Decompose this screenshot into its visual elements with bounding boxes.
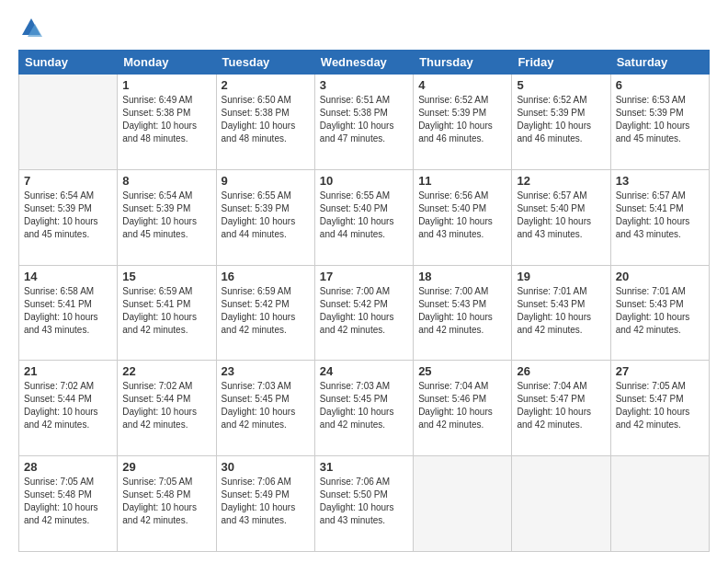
calendar-header-friday: Friday xyxy=(512,51,610,75)
calendar-cell: 22Sunrise: 7:02 AM Sunset: 5:44 PM Dayli… xyxy=(118,361,216,456)
calendar-cell: 31Sunrise: 7:06 AM Sunset: 5:50 PM Dayli… xyxy=(314,456,413,552)
cell-info: Sunrise: 6:58 AM Sunset: 5:41 PM Dayligh… xyxy=(24,285,112,337)
cell-info: Sunrise: 7:04 AM Sunset: 5:47 PM Dayligh… xyxy=(517,380,605,431)
calendar-week-row: 7Sunrise: 6:54 AM Sunset: 5:39 PM Daylig… xyxy=(19,169,710,265)
calendar-header-monday: Monday xyxy=(118,51,216,75)
calendar-cell: 8Sunrise: 6:54 AM Sunset: 5:39 PM Daylig… xyxy=(118,169,216,265)
day-number: 12 xyxy=(517,174,605,188)
cell-info: Sunrise: 6:54 AM Sunset: 5:39 PM Dayligh… xyxy=(24,190,112,241)
cell-info: Sunrise: 7:05 AM Sunset: 5:48 PM Dayligh… xyxy=(24,476,112,527)
day-number: 6 xyxy=(616,78,704,92)
calendar-week-row: 21Sunrise: 7:02 AM Sunset: 5:44 PM Dayli… xyxy=(19,361,710,456)
cell-info: Sunrise: 6:59 AM Sunset: 5:42 PM Dayligh… xyxy=(222,285,310,337)
calendar-cell: 1Sunrise: 6:49 AM Sunset: 5:38 PM Daylig… xyxy=(118,75,216,170)
cell-info: Sunrise: 6:57 AM Sunset: 5:40 PM Dayligh… xyxy=(517,190,605,241)
calendar-cell xyxy=(19,75,118,170)
day-number: 2 xyxy=(222,78,310,92)
day-number: 21 xyxy=(24,364,112,378)
cell-info: Sunrise: 7:04 AM Sunset: 5:46 PM Dayligh… xyxy=(418,380,506,431)
day-number: 4 xyxy=(418,78,506,92)
calendar-cell: 7Sunrise: 6:54 AM Sunset: 5:39 PM Daylig… xyxy=(19,169,118,265)
calendar-header-saturday: Saturday xyxy=(610,51,709,75)
day-number: 23 xyxy=(222,364,310,378)
calendar-cell: 27Sunrise: 7:05 AM Sunset: 5:47 PM Dayli… xyxy=(610,361,709,456)
calendar-cell: 21Sunrise: 7:02 AM Sunset: 5:44 PM Dayli… xyxy=(19,361,118,456)
day-number: 25 xyxy=(418,364,506,378)
calendar-cell: 3Sunrise: 6:51 AM Sunset: 5:38 PM Daylig… xyxy=(314,75,413,170)
cell-info: Sunrise: 7:01 AM Sunset: 5:43 PM Dayligh… xyxy=(616,285,704,337)
day-number: 9 xyxy=(222,174,310,188)
calendar-cell: 2Sunrise: 6:50 AM Sunset: 5:38 PM Daylig… xyxy=(216,75,314,170)
calendar-cell: 6Sunrise: 6:53 AM Sunset: 5:39 PM Daylig… xyxy=(610,75,709,170)
calendar-cell xyxy=(414,456,512,552)
cell-info: Sunrise: 6:56 AM Sunset: 5:40 PM Dayligh… xyxy=(418,190,506,241)
day-number: 27 xyxy=(616,364,704,378)
calendar-cell: 28Sunrise: 7:05 AM Sunset: 5:48 PM Dayli… xyxy=(19,456,118,552)
calendar-cell: 20Sunrise: 7:01 AM Sunset: 5:43 PM Dayli… xyxy=(610,265,709,361)
cell-info: Sunrise: 7:02 AM Sunset: 5:44 PM Dayligh… xyxy=(122,380,210,431)
logo xyxy=(18,15,48,40)
day-number: 14 xyxy=(24,270,112,283)
calendar-week-row: 14Sunrise: 6:58 AM Sunset: 5:41 PM Dayli… xyxy=(19,265,710,361)
day-number: 10 xyxy=(320,174,408,188)
cell-info: Sunrise: 6:52 AM Sunset: 5:39 PM Dayligh… xyxy=(517,94,605,145)
day-number: 11 xyxy=(418,174,506,188)
calendar-cell: 30Sunrise: 7:06 AM Sunset: 5:49 PM Dayli… xyxy=(216,456,314,552)
cell-info: Sunrise: 7:03 AM Sunset: 5:45 PM Dayligh… xyxy=(222,380,310,431)
cell-info: Sunrise: 7:06 AM Sunset: 5:49 PM Dayligh… xyxy=(222,476,310,527)
cell-info: Sunrise: 6:55 AM Sunset: 5:39 PM Dayligh… xyxy=(222,190,310,241)
day-number: 29 xyxy=(122,460,210,474)
calendar-header-row: SundayMondayTuesdayWednesdayThursdayFrid… xyxy=(19,51,710,75)
calendar-cell: 29Sunrise: 7:05 AM Sunset: 5:48 PM Dayli… xyxy=(118,456,216,552)
day-number: 18 xyxy=(418,270,506,283)
cell-info: Sunrise: 6:51 AM Sunset: 5:38 PM Dayligh… xyxy=(320,94,408,145)
calendar-header-tuesday: Tuesday xyxy=(216,51,314,75)
calendar-cell: 11Sunrise: 6:56 AM Sunset: 5:40 PM Dayli… xyxy=(414,169,512,265)
day-number: 15 xyxy=(122,270,210,283)
day-number: 7 xyxy=(24,174,112,188)
day-number: 13 xyxy=(616,174,704,188)
calendar-cell: 15Sunrise: 6:59 AM Sunset: 5:41 PM Dayli… xyxy=(118,265,216,361)
cell-info: Sunrise: 6:50 AM Sunset: 5:38 PM Dayligh… xyxy=(222,94,310,145)
day-number: 30 xyxy=(222,460,310,474)
calendar-cell: 10Sunrise: 6:55 AM Sunset: 5:40 PM Dayli… xyxy=(314,169,413,265)
calendar-table: SundayMondayTuesdayWednesdayThursdayFrid… xyxy=(18,50,710,552)
calendar-cell: 16Sunrise: 6:59 AM Sunset: 5:42 PM Dayli… xyxy=(216,265,314,361)
cell-info: Sunrise: 6:55 AM Sunset: 5:40 PM Dayligh… xyxy=(320,190,408,241)
cell-info: Sunrise: 7:00 AM Sunset: 5:43 PM Dayligh… xyxy=(418,285,506,337)
day-number: 19 xyxy=(517,270,605,283)
day-number: 24 xyxy=(320,364,408,378)
cell-info: Sunrise: 7:02 AM Sunset: 5:44 PM Dayligh… xyxy=(24,380,112,431)
calendar-header-wednesday: Wednesday xyxy=(314,51,413,75)
calendar-header-sunday: Sunday xyxy=(19,51,118,75)
calendar-header-thursday: Thursday xyxy=(414,51,512,75)
calendar-cell: 26Sunrise: 7:04 AM Sunset: 5:47 PM Dayli… xyxy=(512,361,610,456)
cell-info: Sunrise: 7:05 AM Sunset: 5:47 PM Dayligh… xyxy=(616,380,704,431)
calendar-cell: 24Sunrise: 7:03 AM Sunset: 5:45 PM Dayli… xyxy=(314,361,413,456)
page: SundayMondayTuesdayWednesdayThursdayFrid… xyxy=(0,0,728,563)
day-number: 5 xyxy=(517,78,605,92)
cell-info: Sunrise: 7:01 AM Sunset: 5:43 PM Dayligh… xyxy=(517,285,605,337)
cell-info: Sunrise: 7:03 AM Sunset: 5:45 PM Dayligh… xyxy=(320,380,408,431)
calendar-cell: 5Sunrise: 6:52 AM Sunset: 5:39 PM Daylig… xyxy=(512,75,610,170)
day-number: 1 xyxy=(122,78,210,92)
calendar-cell: 17Sunrise: 7:00 AM Sunset: 5:42 PM Dayli… xyxy=(314,265,413,361)
day-number: 16 xyxy=(222,270,310,283)
cell-info: Sunrise: 6:54 AM Sunset: 5:39 PM Dayligh… xyxy=(122,190,210,241)
cell-info: Sunrise: 7:00 AM Sunset: 5:42 PM Dayligh… xyxy=(320,285,408,337)
calendar-week-row: 28Sunrise: 7:05 AM Sunset: 5:48 PM Dayli… xyxy=(19,456,710,552)
day-number: 3 xyxy=(320,78,408,92)
calendar-cell: 19Sunrise: 7:01 AM Sunset: 5:43 PM Dayli… xyxy=(512,265,610,361)
header xyxy=(18,15,710,40)
calendar-cell xyxy=(512,456,610,552)
calendar-cell: 18Sunrise: 7:00 AM Sunset: 5:43 PM Dayli… xyxy=(414,265,512,361)
day-number: 26 xyxy=(517,364,605,378)
calendar-cell: 23Sunrise: 7:03 AM Sunset: 5:45 PM Dayli… xyxy=(216,361,314,456)
day-number: 31 xyxy=(320,460,408,474)
cell-info: Sunrise: 6:53 AM Sunset: 5:39 PM Dayligh… xyxy=(616,94,704,145)
cell-info: Sunrise: 6:52 AM Sunset: 5:39 PM Dayligh… xyxy=(418,94,506,145)
logo-icon xyxy=(18,15,44,40)
cell-info: Sunrise: 7:06 AM Sunset: 5:50 PM Dayligh… xyxy=(320,476,408,527)
cell-info: Sunrise: 7:05 AM Sunset: 5:48 PM Dayligh… xyxy=(122,476,210,527)
day-number: 8 xyxy=(122,174,210,188)
